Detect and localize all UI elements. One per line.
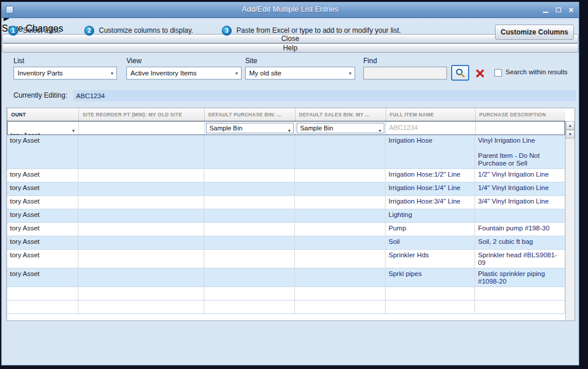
purchase-bin-cell[interactable] [204,236,295,249]
sales-bin-cell[interactable] [295,209,386,222]
purchase-bin-cell[interactable] [204,169,295,182]
sales-bin-cell[interactable] [295,223,386,236]
item-name-cell[interactable]: Soil [386,236,475,249]
search-within-results-checkbox[interactable] [494,69,502,77]
account-cell[interactable]: tory Asset [7,182,78,195]
description-cell[interactable] [476,122,565,135]
description-cell[interactable]: Plastic sprinkler piping #1098-20 [475,268,565,287]
sales-bin-cell[interactable] [295,301,386,313]
purchase-bin-cell[interactable] [204,250,295,268]
account-cell[interactable]: tory Asset [7,196,78,209]
item-name-cell[interactable]: Irrigation Hose [386,135,475,168]
sales-bin-cell[interactable] [295,196,386,209]
account-cell[interactable]: tory Asset [7,236,78,249]
description-cell[interactable]: Fountain pump #198-30 [475,223,565,236]
item-name-cell[interactable]: Irrigation Hose:1/2" Line [386,169,475,182]
table-row[interactable]: tory AssetIrrigation Hose:3/4" Line3/4" … [7,196,565,209]
item-name-cell[interactable]: Irrigation Hose:1/4" Line [386,182,475,195]
reorder-cell[interactable] [78,169,204,182]
item-name-cell[interactable]: Irrigation Hose:3/4" Line [386,196,475,209]
sales-bin-cell[interactable] [295,268,386,287]
close-button[interactable]: × [567,6,575,14]
customize-columns-button[interactable]: Customize Columns [495,25,574,40]
sales-bin-cell[interactable] [295,236,386,249]
sales-bin-cell[interactable] [295,182,386,195]
item-name-cell[interactable]: Sprinkler Hds [386,250,475,268]
reorder-cell[interactable] [78,135,204,168]
table-row[interactable]: tory AssetSoilSoil, 2 cubic ft bag [7,236,565,250]
sales-bin-dropdown[interactable]: Sample Bin ▼ [297,123,384,133]
clear-search-button[interactable] [472,66,488,80]
reorder-cell[interactable] [78,223,204,236]
table-row[interactable]: tory AssetSprkl pipesPlastic sprinkler p… [7,268,565,287]
table-row[interactable]: tory AssetIrrigation Hose:1/4" Line1/4" … [7,182,565,196]
description-cell[interactable] [475,209,565,222]
reorder-cell[interactable] [79,122,205,135]
search-button[interactable] [451,65,469,81]
title-bar[interactable]: Add/Edit Multiple List Entries × [2,2,579,18]
chevron-down-icon[interactable]: ▼ [71,127,75,135]
reorder-cell[interactable] [78,236,204,249]
account-cell[interactable]: tory Asset [7,209,78,222]
maximize-button[interactable] [554,6,562,14]
description-cell[interactable]: Vinyl Irrigation Line Parent Item - Do N… [475,135,565,168]
sales-bin-cell[interactable] [295,135,386,168]
account-cell[interactable]: tory Asset ▼ [8,122,79,135]
item-name-cell[interactable]: Pump [386,223,475,236]
list-dropdown[interactable]: Inventory Parts ▼ [13,67,117,80]
item-name-cell[interactable]: ABC1234 [386,122,476,135]
table-row[interactable]: tory AssetLighting [7,209,565,223]
view-dropdown[interactable]: Active Inventory Items ▼ [126,67,242,80]
item-name-cell[interactable] [386,287,475,300]
description-cell[interactable]: Soil, 2 cubic ft bag [475,236,565,249]
description-cell[interactable] [475,287,565,300]
editing-row[interactable]: tory Asset ▼ Sample Bin ▼ Sample Bin ▼ [7,121,565,135]
sales-bin-cell[interactable] [295,287,386,300]
item-name-cell[interactable]: Lighting [386,209,475,222]
table-row[interactable] [7,287,565,301]
table-row[interactable]: tory AssetSprinkler HdsSprinkler head #B… [7,250,565,268]
purchase-bin-cell[interactable] [204,196,295,209]
description-cell[interactable] [475,301,565,313]
site-dropdown[interactable]: My old site ▼ [245,67,355,80]
account-cell[interactable]: tory Asset [7,250,78,268]
description-cell[interactable]: Sprinkler head #BLS9081-09 [475,250,565,268]
reorder-cell[interactable] [78,268,204,287]
account-cell[interactable]: tory Asset [7,135,78,168]
account-cell[interactable] [7,301,78,313]
reorder-cell[interactable] [78,301,204,313]
account-cell[interactable] [7,287,78,300]
chevron-down-icon[interactable]: ▼ [378,127,382,135]
table-row[interactable]: tory AssetIrrigation HoseVinyl Irrigatio… [7,135,565,169]
sales-bin-cell[interactable] [295,250,386,268]
find-input[interactable] [363,67,447,80]
purchase-bin-cell[interactable] [204,182,295,195]
reorder-cell[interactable] [78,182,204,195]
purchase-bin-dropdown[interactable]: Sample Bin ▼ [206,123,294,133]
description-cell[interactable]: 3/4" Vinyl Irrigation Line [475,196,565,209]
item-name-cell[interactable]: Sprkl pipes [386,268,475,287]
description-cell[interactable]: 1/2" Vinyl Irrigation Line [475,169,565,182]
sales-bin-cell[interactable]: Sample Bin ▼ [295,122,386,135]
minimize-button[interactable] [541,6,549,14]
purchase-bin-cell[interactable] [204,135,295,168]
table-row[interactable]: tory AssetPumpFountain pump #198-30 [7,223,565,236]
purchase-bin-cell[interactable] [204,301,295,313]
item-name-cell[interactable] [386,301,475,313]
vertical-scrollbar[interactable]: ▲ ▼ [565,121,575,320]
table-row[interactable]: tory AssetIrrigation Hose:1/2" Line1/2" … [7,169,565,182]
purchase-bin-cell[interactable] [204,209,295,222]
chevron-down-icon[interactable]: ▼ [287,127,291,135]
purchase-bin-cell[interactable]: Sample Bin ▼ [205,122,295,135]
account-cell[interactable]: tory Asset [7,223,78,236]
scroll-down-icon[interactable]: ▼ [566,130,575,139]
table-row[interactable] [7,301,565,314]
account-cell[interactable]: tory Asset [7,268,78,287]
reorder-cell[interactable] [78,287,204,300]
account-cell[interactable]: tory Asset [7,169,78,182]
purchase-bin-cell[interactable] [204,223,295,236]
reorder-cell[interactable] [78,209,204,222]
description-cell[interactable]: 1/4" Vinyl Irrigation Line [475,182,565,195]
help-button[interactable]: Help [2,43,579,53]
purchase-bin-cell[interactable] [204,287,295,300]
